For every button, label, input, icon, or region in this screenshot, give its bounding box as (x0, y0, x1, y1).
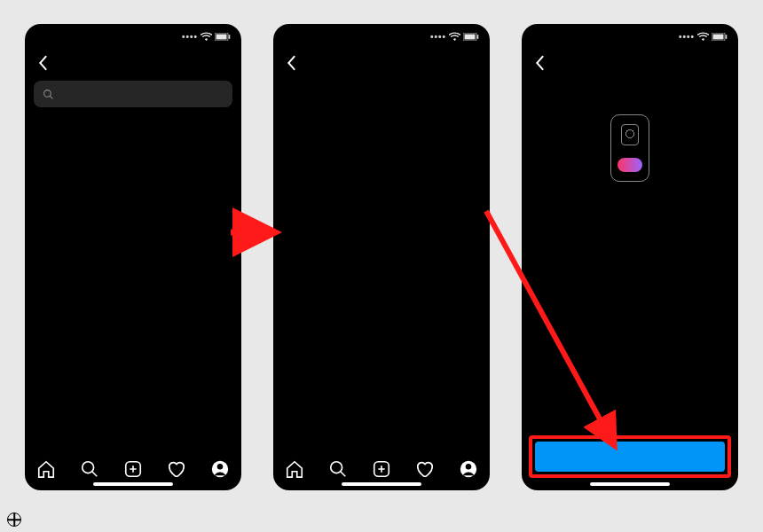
svg-point-15 (331, 462, 342, 473)
chevron-left-icon (534, 55, 545, 71)
battery-icon (712, 33, 728, 41)
profile-icon (210, 459, 230, 479)
svg-line-6 (92, 472, 98, 477)
search-icon (328, 459, 348, 479)
status-indicators: •••• (182, 32, 231, 42)
heart-icon (167, 459, 186, 479)
battery-icon (215, 33, 231, 41)
chevron-left-icon (37, 55, 48, 71)
battery-icon (463, 33, 479, 41)
tab-activity[interactable] (165, 458, 188, 481)
heart-icon (415, 459, 435, 479)
svg-point-5 (83, 462, 94, 473)
get-started-highlight (529, 435, 731, 478)
profile-icon (459, 459, 478, 479)
back-button[interactable] (529, 52, 550, 74)
screen-twofa: •••• (522, 24, 738, 490)
tutorial-stage: •••• •••• (0, 0, 763, 532)
home-indicator (590, 482, 670, 486)
search-icon (43, 89, 54, 100)
wifi-icon (697, 32, 709, 41)
svg-point-21 (465, 464, 470, 469)
screen-security: •••• (273, 24, 490, 490)
status-indicators: •••• (679, 32, 728, 42)
tab-profile[interactable] (457, 458, 480, 481)
signal-icon: •••• (430, 32, 446, 42)
status-bar: •••• (25, 24, 241, 49)
plus-square-icon (372, 459, 391, 479)
tab-new-post[interactable] (370, 458, 393, 481)
back-button[interactable] (280, 52, 302, 74)
tab-profile[interactable] (208, 458, 232, 481)
wifi-icon (449, 32, 460, 41)
back-button[interactable] (32, 52, 53, 74)
tab-home[interactable] (35, 458, 58, 481)
tab-activity[interactable] (413, 458, 437, 481)
tab-home[interactable] (283, 458, 306, 481)
status-bar: •••• (273, 24, 490, 49)
home-indicator (93, 482, 173, 486)
svg-point-3 (44, 90, 51, 97)
watermark (7, 512, 26, 527)
header (273, 49, 490, 79)
get-started-button[interactable] (535, 442, 725, 472)
tab-search[interactable] (326, 458, 350, 481)
header (25, 49, 241, 79)
chevron-left-icon (286, 55, 296, 71)
twofa-content (522, 79, 738, 435)
header (522, 49, 738, 79)
globe-icon (7, 512, 21, 527)
tab-new-post[interactable] (122, 458, 145, 481)
plus-square-icon (123, 459, 143, 479)
svg-line-16 (341, 472, 346, 477)
svg-line-4 (50, 96, 52, 98)
signal-icon: •••• (182, 32, 198, 42)
home-icon (36, 459, 56, 479)
svg-rect-1 (216, 34, 227, 39)
status-bar: •••• (522, 24, 738, 49)
screen-settings: •••• (25, 24, 241, 490)
twofa-illustration-icon (610, 114, 649, 182)
svg-rect-14 (477, 35, 479, 39)
security-rows (273, 79, 490, 448)
tab-search[interactable] (78, 458, 101, 481)
wifi-icon (201, 32, 212, 41)
settings-rows (25, 113, 241, 448)
signal-icon: •••• (679, 32, 695, 42)
status-indicators: •••• (430, 32, 479, 42)
svg-rect-23 (713, 34, 724, 39)
home-indicator (342, 482, 421, 486)
home-icon (285, 459, 304, 479)
search-input[interactable] (34, 81, 232, 107)
svg-rect-24 (726, 35, 728, 39)
svg-rect-13 (465, 34, 476, 39)
svg-rect-2 (229, 35, 231, 39)
svg-point-11 (216, 464, 222, 469)
search-icon (80, 459, 99, 479)
